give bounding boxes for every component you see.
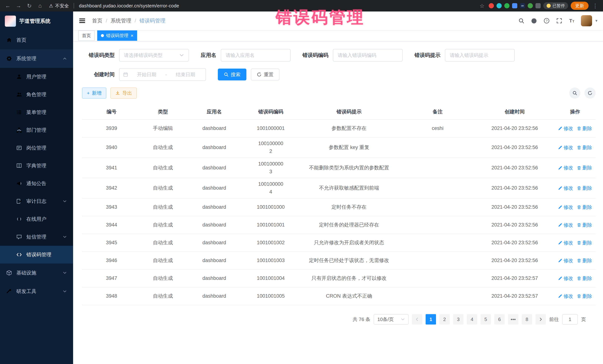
back-icon[interactable]: ← (4, 2, 12, 10)
kebab-menu-icon[interactable]: ⋮ (591, 2, 599, 10)
edit-link[interactable]: 修改 (558, 125, 573, 132)
cell-remark (400, 205, 475, 210)
delete-link[interactable]: 删除 (577, 275, 592, 282)
close-icon[interactable]: × (131, 33, 133, 38)
extension-icon[interactable] (535, 3, 541, 8)
edit-link[interactable]: 修改 (558, 257, 573, 264)
search-button[interactable]: 搜索 (218, 69, 246, 80)
page-button[interactable]: 2 (439, 314, 450, 325)
sidebar-item-error-code[interactable]: 错误码管理 (0, 246, 73, 264)
breadcrumb-item[interactable]: 系统管理 (111, 17, 131, 24)
error-code-input[interactable] (333, 49, 403, 62)
sidebar-item-menus[interactable]: 菜单管理 (0, 103, 73, 121)
edit-link[interactable]: 修改 (558, 275, 573, 282)
sidebar-item-roles[interactable]: 角色管理 (0, 86, 73, 103)
font-size-icon[interactable] (568, 17, 575, 24)
app-logo[interactable]: 芋道管理系统 (0, 11, 73, 31)
delete-link[interactable]: 删除 (577, 239, 592, 246)
tag-error-code[interactable]: 错误码管理 × (97, 30, 137, 41)
page-size-value: 10条/页 (377, 316, 394, 323)
page-button[interactable]: 4 (467, 314, 477, 325)
toggle-search-button[interactable] (569, 88, 580, 99)
edit-link[interactable]: 修改 (558, 292, 573, 300)
delete-link[interactable]: 删除 (577, 203, 592, 211)
delete-link[interactable]: 删除 (577, 221, 592, 229)
error-message-input[interactable] (445, 49, 515, 62)
reload-icon[interactable]: ↻ (25, 2, 33, 10)
edit-link[interactable]: 修改 (558, 239, 573, 246)
help-icon[interactable] (543, 17, 550, 24)
avatar[interactable] (581, 15, 592, 26)
search-icon[interactable] (518, 17, 525, 24)
date-range-picker[interactable]: 开始日期 - 结束日期 (119, 68, 206, 81)
delete-link[interactable]: 删除 (577, 164, 592, 171)
edit-link[interactable]: 修改 (558, 164, 573, 171)
delete-link[interactable]: 删除 (577, 144, 592, 151)
error-type-select[interactable]: 请选择错误码类型 (119, 49, 189, 62)
page-ellipsis[interactable]: ••• (508, 314, 518, 325)
hamburger-icon[interactable] (79, 17, 86, 24)
breadcrumb-item[interactable]: 首页 (92, 17, 103, 24)
next-page-button[interactable] (535, 314, 546, 325)
sidebar-item-sms[interactable]: 短信管理 (0, 228, 73, 246)
extension-icon[interactable]: on (520, 3, 525, 8)
delete-link[interactable]: 删除 (577, 257, 592, 264)
add-button[interactable]: + 新增 (82, 88, 106, 99)
prev-page-button[interactable] (412, 314, 422, 325)
sidebar-item-dev-tools[interactable]: 研发工具 (0, 282, 73, 301)
sidebar-item-audit-log[interactable]: 审计日志 (0, 192, 73, 210)
extension-icon[interactable] (497, 3, 502, 8)
sidebar-item-departments[interactable]: 部门管理 (0, 121, 73, 139)
caret-down-icon[interactable]: ▾ (595, 18, 597, 23)
goto-page-input[interactable] (562, 314, 578, 325)
cell-time: 2021-04-20 23:52:56 (475, 122, 554, 134)
tool-icon (6, 288, 12, 294)
reset-button[interactable]: 重置 (251, 69, 279, 80)
app-name-input[interactable] (221, 49, 290, 62)
tag-home[interactable]: 首页 (78, 30, 95, 41)
page-button[interactable]: 5 (481, 314, 491, 325)
page-button[interactable]: 8 (522, 314, 532, 325)
sidebar-item-posts[interactable]: 岗位管理 (0, 139, 73, 157)
sidebar-item-online-users[interactable]: 在线用户 (0, 210, 73, 228)
page-button[interactable]: 3 (453, 314, 464, 325)
url-bar[interactable]: dashboard.yudao.iocoder.cn/system/error-… (79, 3, 475, 9)
github-icon[interactable] (531, 17, 537, 24)
edit-link[interactable]: 修改 (558, 144, 573, 151)
refresh-table-button[interactable] (584, 88, 596, 99)
extension-icon[interactable] (504, 3, 510, 8)
bookmark-star-icon[interactable]: ☆ (478, 2, 486, 10)
edit-link[interactable]: 修改 (558, 221, 573, 229)
browser-update-button[interactable]: 更新 (571, 2, 589, 10)
cell-message: CRON 表达式不正确 (298, 290, 401, 302)
sidebar-item-infrastructure[interactable]: 基础设施 (0, 264, 73, 282)
extension-icon[interactable] (512, 3, 517, 8)
paused-badge[interactable]: 已暂停 (543, 2, 568, 9)
start-date-placeholder[interactable]: 开始日期 (130, 71, 163, 78)
screen: ← → ↻ ⌂ ⚠ 不安全 dashboard.yudao.iocoder.cn… (0, 0, 603, 364)
end-date-placeholder[interactable]: 结束日期 (169, 71, 202, 78)
extension-icon[interactable] (528, 3, 533, 8)
sidebar-item-dictionary[interactable]: 字典管理 (0, 157, 73, 175)
cell-message: 只有开启状态的任务，才可以修改 (298, 272, 401, 285)
fullscreen-icon[interactable] (556, 17, 563, 24)
edit-link[interactable]: 修改 (558, 184, 573, 192)
extension-icon[interactable] (489, 3, 494, 8)
page-button[interactable]: 6 (494, 314, 505, 325)
sidebar-item-home[interactable]: 首页 (0, 31, 73, 49)
edit-link[interactable]: 修改 (558, 203, 573, 211)
page-size-select[interactable]: 10条/页 (374, 314, 408, 325)
forward-icon[interactable]: → (14, 2, 23, 10)
delete-link[interactable]: 删除 (577, 184, 592, 192)
browser-home-icon[interactable]: ⌂ (36, 2, 44, 10)
sidebar-item-users[interactable]: 用户管理 (0, 68, 73, 86)
export-button[interactable]: 导出 (110, 88, 137, 99)
security-warning[interactable]: ⚠ 不安全 (49, 3, 69, 9)
page-button[interactable]: 1 (426, 314, 436, 325)
cell-remark: ceshi (400, 122, 475, 134)
sidebar-item-system[interactable]: 系统管理 (0, 49, 73, 68)
pencil-icon (558, 276, 562, 281)
delete-link[interactable]: 删除 (577, 125, 592, 132)
delete-link[interactable]: 删除 (577, 292, 592, 300)
sidebar-item-notice[interactable]: 通知公告 (0, 175, 73, 192)
